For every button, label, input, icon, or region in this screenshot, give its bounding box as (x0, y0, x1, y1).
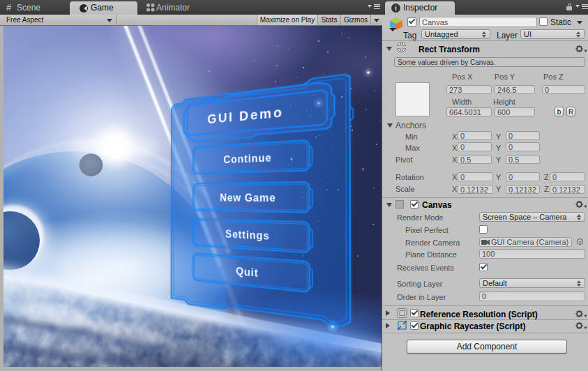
svg-text:Settings: Settings (225, 228, 270, 243)
svg-text:New Game: New Game (220, 192, 276, 205)
svg-text:Quit: Quit (236, 265, 258, 280)
svg-text:Continue: Continue (223, 151, 271, 166)
